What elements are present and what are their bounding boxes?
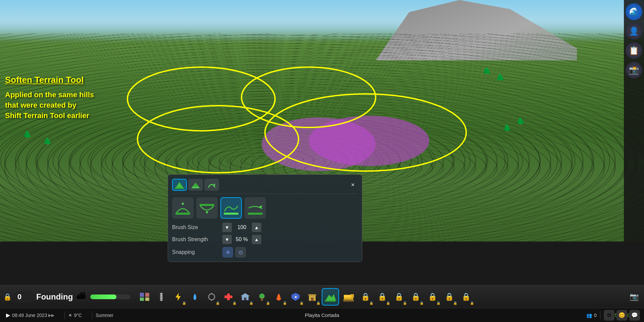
tool-roads[interactable] [154, 289, 169, 304]
score-display: 0 [13, 291, 34, 303]
tool-health[interactable] [221, 289, 236, 304]
right-sidebar: 🌊 👤 📋 📸 [624, 0, 644, 241]
snapping-grid-btn[interactable]: ✳ [222, 247, 233, 258]
sidebar-btn-citizen[interactable]: 👤 [626, 23, 642, 40]
status-season: Summer [96, 313, 113, 318]
panel-tab-terrain[interactable] [172, 179, 187, 191]
tool-screenshot[interactable]: 📷 [627, 289, 641, 304]
svg-rect-19 [145, 293, 149, 297]
brush-strength-label: Brush Strength [172, 236, 222, 243]
terrain-panel: × [168, 174, 362, 262]
snapping-free-btn[interactable]: ⊙ [235, 247, 246, 258]
annotation-body: Applied on the same hillsthat were creat… [5, 90, 94, 121]
brush-strength-plus[interactable]: ▲ [252, 235, 261, 244]
br-smiley[interactable]: 😊 [616, 310, 627, 321]
brush-size-label: Brush Size [172, 224, 222, 230]
tool-terrain[interactable] [322, 288, 339, 306]
svg-rect-40 [325, 300, 336, 302]
brush-strength-row: Brush Strength ▼ 50 % ▲ [172, 235, 358, 244]
status-map-name: Playita Cortada [305, 312, 339, 318]
tool-zones[interactable] [137, 289, 152, 304]
tool-icons-row [172, 197, 358, 219]
soften-terrain-btn[interactable] [220, 197, 242, 219]
brush-strength-value: 50 % [232, 236, 252, 243]
tool-bulldoze[interactable] [341, 289, 356, 304]
svg-marker-6 [175, 182, 183, 188]
svg-rect-39 [311, 298, 314, 301]
svg-rect-13 [200, 204, 214, 206]
brush-size-minus[interactable]: ▼ [222, 223, 232, 232]
svg-point-25 [209, 294, 215, 300]
raise-terrain-btn[interactable] [172, 197, 194, 219]
svg-rect-20 [140, 298, 144, 301]
svg-marker-14 [206, 211, 208, 214]
progress-bar-container [90, 294, 130, 299]
svg-marker-12 [181, 202, 184, 205]
brush-size-value: 100 [232, 224, 252, 230]
svg-rect-34 [261, 298, 263, 301]
br-chat[interactable]: 💬 [629, 310, 640, 321]
br-settings[interactable]: ⚙ [604, 310, 614, 321]
level-terrain-btn[interactable] [245, 197, 266, 219]
tool-electricity[interactable] [171, 289, 185, 304]
brush-strength-minus[interactable]: ▼ [222, 235, 232, 244]
svg-marker-24 [175, 293, 181, 301]
close-button[interactable]: × [348, 180, 358, 190]
tool-lock-7[interactable]: 🔒 [459, 289, 473, 304]
svg-rect-29 [224, 296, 232, 298]
status-weather: ☀ 9°C [68, 313, 82, 318]
sidebar-btn-weather[interactable]: 🌊 [626, 3, 642, 20]
svg-rect-11 [175, 213, 190, 215]
status-bar: ▶ 08:49 June 2023 ▶▶ ☀ 9°C Summer Playit… [0, 308, 644, 322]
toolbar-main: 🔒 0 Founding 🏙 [0, 285, 644, 308]
panel-tab-other[interactable] [204, 179, 219, 191]
svg-rect-32 [244, 298, 247, 300]
annotation-title: Soften Terrain Tool [5, 74, 94, 86]
sidebar-btn-notes[interactable]: 📋 [626, 42, 642, 59]
svg-rect-15 [224, 213, 238, 215]
svg-rect-17 [248, 213, 263, 215]
snapping-row: Snapping ✳ ⊙ [172, 247, 358, 258]
panel-tab-nature[interactable] [188, 179, 203, 191]
progress-fill [90, 294, 116, 299]
tool-pipes[interactable] [204, 289, 219, 304]
tool-lock-3[interactable]: 🔒 [391, 289, 406, 304]
panel-header: × [172, 179, 358, 194]
score-number: 0 [17, 292, 21, 301]
svg-rect-21 [145, 298, 149, 301]
lower-terrain-btn[interactable] [196, 197, 218, 219]
tool-lock-1[interactable]: 🔒 [358, 289, 373, 304]
tool-commercial[interactable] [305, 289, 320, 304]
play-button[interactable]: ▶ [4, 311, 12, 319]
tool-police[interactable]: ★ [288, 289, 303, 304]
snapping-label: Snapping [172, 249, 222, 255]
panel-tabs [172, 179, 219, 191]
tool-water[interactable] [187, 289, 202, 304]
brush-size-plus[interactable]: ▲ [252, 223, 261, 232]
tool-lock-5[interactable]: 🔒 [425, 289, 440, 304]
tool-lock-2[interactable]: 🔒 [375, 289, 389, 304]
sidebar-btn-photo[interactable]: 📸 [626, 62, 642, 78]
tool-education[interactable] [238, 289, 253, 304]
brush-size-row: Brush Size ▼ 100 ▲ [172, 223, 358, 232]
svg-text:★: ★ [294, 295, 298, 299]
sun-icon: ☀ [68, 313, 72, 318]
toolbar-section-main: ★ [137, 288, 473, 306]
svg-rect-44 [344, 295, 351, 298]
tool-parks[interactable] [255, 289, 269, 304]
tool-lock-4[interactable]: 🔒 [408, 289, 423, 304]
status-population: 👥 0 [586, 313, 597, 318]
tool-lock-6[interactable]: 🔒 [442, 289, 457, 304]
status-time: 08:49 June 2023 ▶▶ [12, 313, 54, 318]
svg-rect-38 [308, 294, 316, 296]
svg-rect-7 [175, 187, 184, 189]
tool-fire[interactable] [271, 289, 286, 304]
bottom-right-icons: ⚙ 😊 💬 [604, 310, 640, 321]
annotation-text: Soften Terrain Tool Applied on the same … [5, 74, 94, 121]
fast-forward[interactable]: ▶▶ [48, 313, 54, 318]
bottom-bar: 🔒 0 Founding 🏙 [0, 285, 644, 322]
city-icon: 🏙 [77, 291, 89, 303]
svg-rect-42 [343, 300, 354, 302]
svg-marker-30 [240, 293, 250, 296]
score-lock-icon: 🔒 [3, 292, 12, 302]
